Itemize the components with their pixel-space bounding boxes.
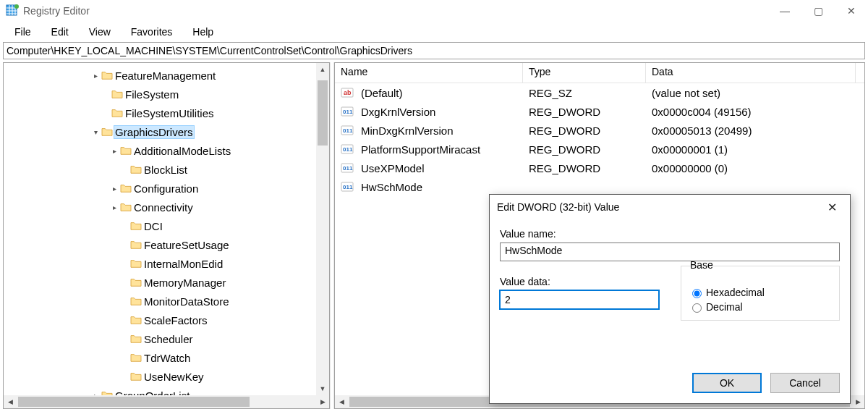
radio-hexadecimal[interactable]: Hexadecimal: [689, 287, 832, 298]
scroll-left-icon[interactable]: ◀: [335, 395, 348, 408]
tree-pane[interactable]: ▸FeatureManagementFileSystemFileSystemUt…: [3, 62, 330, 409]
window-title: Registry Editor: [23, 5, 768, 17]
folder-icon: [101, 127, 114, 137]
tree-node-label: FeatureSetUsage: [142, 238, 231, 252]
tree-node[interactable]: BlockList: [4, 160, 329, 179]
chevron-down-icon[interactable]: ▾: [90, 128, 101, 136]
value-name-label: Value name:: [500, 228, 840, 240]
tree-node-label: MemoryManager: [142, 276, 227, 290]
base-group: Base Hexadecimal Decimal: [681, 266, 840, 321]
tree-node[interactable]: FileSystemUtilities: [4, 104, 329, 122]
list-row[interactable]: DxgKrnlVersionREG_DWORD0x0000c004 (49156…: [335, 102, 864, 121]
chevron-right-icon[interactable]: ▸: [109, 147, 119, 155]
folder-icon: [129, 371, 142, 381]
dialog-close-button[interactable]: ✕: [821, 201, 843, 214]
value-type-cell: REG_DWORD: [523, 162, 646, 174]
address-bar[interactable]: Computer\HKEY_LOCAL_MACHINE\SYSTEM\Curre…: [3, 42, 865, 59]
close-button[interactable]: ✕: [835, 0, 868, 22]
tree-node[interactable]: InternalMonEdid: [4, 254, 329, 273]
scroll-right-icon[interactable]: ▶: [316, 395, 329, 408]
tree-node[interactable]: UseNewKey: [4, 367, 329, 386]
tree-node[interactable]: MemoryManager: [4, 273, 329, 292]
tree-node[interactable]: FileSystem: [4, 85, 329, 104]
radio-dec-input[interactable]: [692, 303, 702, 313]
minimize-button[interactable]: —: [768, 0, 801, 22]
folder-icon: [129, 353, 142, 363]
folder-icon: [129, 221, 142, 231]
tree-node[interactable]: ▾GraphicsDrivers: [4, 122, 329, 141]
folder-icon: [119, 202, 132, 212]
maximize-button[interactable]: ▢: [801, 0, 835, 22]
list-header[interactable]: NameTypeData: [335, 63, 864, 83]
radio-hex-input[interactable]: [692, 289, 702, 298]
list-row[interactable]: PlatformSupportMiracastREG_DWORD0x000000…: [335, 140, 864, 159]
folder-icon: [129, 277, 142, 287]
value-name-cell: UseXPModel: [355, 162, 523, 174]
tree-node-label: BlockList: [142, 163, 189, 177]
folder-icon: [101, 70, 114, 80]
value-type-cell: REG_DWORD: [523, 106, 646, 118]
dword-value-icon: [341, 105, 354, 118]
chevron-right-icon[interactable]: ▸: [109, 203, 119, 211]
tree-node-label: FileSystem: [124, 88, 180, 101]
tree-node[interactable]: ▸Configuration: [4, 179, 329, 198]
column-header[interactable]: Data: [646, 63, 856, 83]
tree-node[interactable]: ScaleFactors: [4, 311, 329, 329]
tree-node-label: FeatureManagement: [114, 69, 217, 83]
menu-item-favorites[interactable]: Favorites: [122, 25, 182, 39]
value-data-input[interactable]: [500, 290, 659, 309]
list-row[interactable]: UseXPModelREG_DWORD0x00000000 (0): [335, 159, 864, 177]
menu-item-file[interactable]: File: [6, 25, 40, 39]
chevron-right-icon[interactable]: ▸: [109, 185, 119, 193]
tree-node[interactable]: FeatureSetUsage: [4, 235, 329, 254]
tree-node-label: InternalMonEdid: [142, 257, 224, 271]
value-type-cell: REG_DWORD: [523, 125, 646, 137]
menu-item-edit[interactable]: Edit: [43, 25, 77, 39]
list-row[interactable]: MinDxgKrnlVersionREG_DWORD0x00005013 (20…: [335, 121, 864, 140]
tree-node[interactable]: DCI: [4, 216, 329, 235]
tree-node-label: GraphicsDrivers: [114, 125, 195, 139]
ok-button[interactable]: OK: [692, 373, 762, 393]
dialog-title-bar[interactable]: Edit DWORD (32-bit) Value ✕: [490, 195, 850, 219]
list-row[interactable]: (Default)REG_SZ(value not set): [335, 83, 864, 102]
scroll-up-icon[interactable]: ▲: [316, 63, 329, 76]
tree-node[interactable]: MonitorDataStore: [4, 292, 329, 311]
tree-node[interactable]: ▸FeatureManagement: [4, 66, 329, 85]
folder-icon: [111, 108, 124, 118]
folder-icon: [129, 258, 142, 269]
title-bar: Registry Editor — ▢ ✕: [0, 0, 868, 22]
folder-icon: [111, 89, 124, 99]
value-name-field[interactable]: HwSchMode: [500, 243, 840, 261]
folder-icon: [129, 315, 142, 325]
menu-item-view[interactable]: View: [80, 25, 119, 39]
dword-value-icon: [341, 180, 354, 193]
tree-node-label: ScaleFactors: [142, 313, 209, 327]
column-header[interactable]: Name: [335, 63, 523, 83]
tree-node-label: Scheduler: [142, 332, 195, 346]
radio-decimal[interactable]: Decimal: [689, 301, 832, 313]
tree-node[interactable]: Scheduler: [4, 329, 329, 348]
dialog-title: Edit DWORD (32-bit) Value: [497, 201, 821, 213]
scroll-down-icon[interactable]: ▼: [316, 382, 329, 395]
tree-node[interactable]: ▸Connectivity: [4, 198, 329, 216]
value-data-cell: 0x00000000 (0): [646, 162, 856, 174]
folder-icon: [129, 296, 142, 306]
column-header[interactable]: Type: [523, 63, 646, 83]
scroll-left-icon[interactable]: ◀: [4, 395, 17, 408]
app-icon: [6, 4, 19, 17]
tree-vertical-scrollbar[interactable]: ▲ ▼: [316, 63, 329, 395]
menu-bar: FileEditViewFavoritesHelp: [0, 22, 868, 42]
address-text: Computer\HKEY_LOCAL_MACHINE\SYSTEM\Curre…: [7, 45, 412, 56]
folder-icon: [119, 146, 132, 156]
tree-node-label: UseNewKey: [142, 370, 205, 384]
tree-node[interactable]: TdrWatch: [4, 348, 329, 367]
window-controls: — ▢ ✕: [768, 0, 868, 22]
folder-icon: [129, 334, 142, 344]
tree-horizontal-scrollbar[interactable]: ◀ ▶: [4, 395, 329, 408]
menu-item-help[interactable]: Help: [184, 25, 222, 39]
tree-node[interactable]: ▸AdditionalModeLists: [4, 141, 329, 160]
cancel-button[interactable]: Cancel: [770, 373, 840, 393]
scroll-right-icon[interactable]: ▶: [851, 395, 864, 408]
chevron-right-icon[interactable]: ▸: [90, 72, 101, 80]
string-value-icon: [341, 86, 354, 99]
